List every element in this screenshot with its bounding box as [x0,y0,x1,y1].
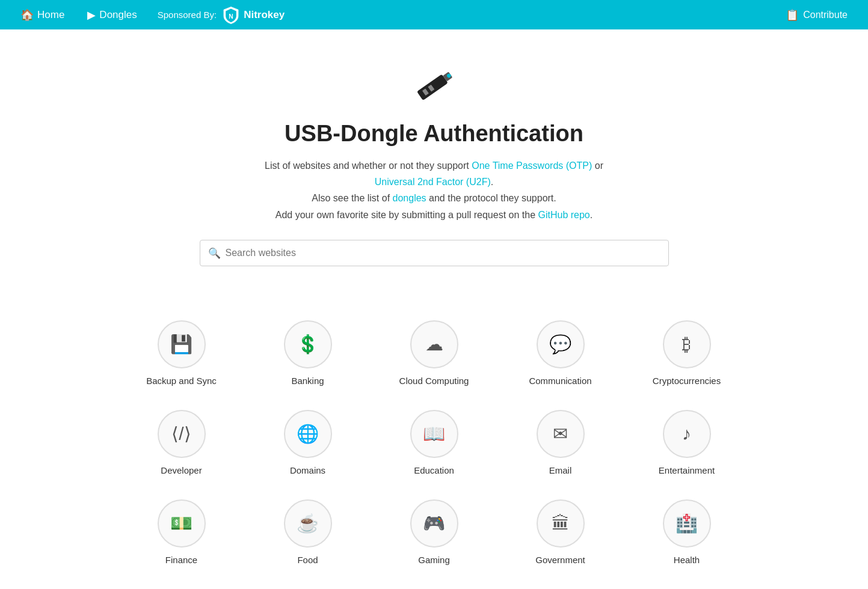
category-item-education[interactable]: 📖Education [371,410,497,475]
nitrokey-shield-icon: N [221,5,241,25]
category-label-education: Education [414,465,454,475]
dongles-nav-item[interactable]: ▶ Dongles [79,8,145,22]
category-label-backup-sync: Backup and Sync [146,376,217,386]
category-label-domains: Domains [290,465,325,475]
sponsored-by: Sponsored By: N Nitrokey [158,5,285,25]
education-icon: 📖 [423,423,445,444]
nitrokey-logo[interactable]: N Nitrokey [221,5,285,25]
entertainment-icon: ♪ [682,424,691,444]
food-icon: ☕ [297,513,319,534]
category-icon-circle-email: ✉ [537,410,585,458]
category-icon-circle-domains: 🌐 [284,410,332,458]
category-icon-circle-health: 🏥 [663,499,711,548]
category-item-health[interactable]: 🏥Health [624,499,750,565]
gaming-icon: 🎮 [423,513,445,534]
category-item-entertainment[interactable]: ♪Entertainment [624,410,750,475]
contribute-label: Contribute [803,10,848,20]
category-icon-circle-developer: ⟨/⟩ [158,410,206,458]
category-item-communication[interactable]: 💬Communication [497,320,624,386]
category-item-gaming[interactable]: 🎮Gaming [371,499,497,565]
link-dongles[interactable]: dongles [393,193,426,203]
navbar-right: 📋 Contribute [777,8,856,22]
category-label-cloud-computing: Cloud Computing [399,376,469,386]
category-item-cryptocurrencies[interactable]: ₿Cryptocurrencies [624,320,750,386]
category-label-gaming: Gaming [418,555,450,565]
category-icon-circle-backup-sync: 💾 [158,320,206,368]
domains-icon: 🌐 [297,423,319,444]
category-label-email: Email [549,465,572,475]
developer-icon: ⟨/⟩ [171,423,191,444]
search-wrap: 🔍 [200,240,669,266]
category-label-health: Health [674,555,700,565]
link-otp[interactable]: One Time Passwords (OTP) [472,160,592,171]
cryptocurrencies-icon: ₿ [682,334,691,355]
svg-text:N: N [229,13,233,19]
navbar: 🏠 Home ▶ Dongles Sponsored By: N Nitroke… [0,0,868,29]
search-input[interactable] [200,240,669,266]
category-label-finance: Finance [165,555,197,565]
category-label-entertainment: Entertainment [659,465,715,475]
link-github[interactable]: GitHub repo [538,210,589,220]
banking-icon: 💲 [297,334,319,355]
category-item-domains[interactable]: 🌐Domains [245,410,371,475]
category-icon-circle-gaming: 🎮 [410,499,458,548]
cloud-computing-icon: ☁ [425,334,443,355]
contribute-button[interactable]: 📋 Contribute [777,8,856,22]
desc-protocol: and the protocol they support. [429,193,556,203]
category-icon-circle-entertainment: ♪ [663,410,711,458]
backup-sync-icon: 💾 [170,334,192,355]
sponsored-label: Sponsored By: [158,10,217,20]
category-label-government: Government [535,555,585,565]
category-icon-circle-cryptocurrencies: ₿ [663,320,711,368]
contribute-icon: 📋 [786,8,799,22]
category-item-email[interactable]: ✉Email [497,410,624,475]
hero-section: USB-Dongle Authentication List of websit… [0,29,868,290]
category-icon-circle-education: 📖 [410,410,458,458]
category-icon-circle-finance: 💵 [158,499,206,548]
link-u2f[interactable]: Universal 2nd Factor (U2F) [375,177,491,187]
hero-description: List of websites and whether or not they… [248,157,621,223]
navbar-left: 🏠 Home ▶ Dongles Sponsored By: N Nitroke… [12,5,285,25]
category-item-cloud-computing[interactable]: ☁Cloud Computing [371,320,497,386]
category-item-developer[interactable]: ⟨/⟩Developer [119,410,245,475]
category-icon-circle-cloud-computing: ☁ [410,320,458,368]
desc-also: Also see the list of [312,193,390,203]
dongles-label: Dongles [99,9,137,21]
desc-static: List of websites and whether or not they… [265,160,469,171]
category-label-food: Food [297,555,318,565]
finance-icon: 💵 [170,513,192,534]
category-label-developer: Developer [161,465,202,475]
category-icon-circle-communication: 💬 [537,320,585,368]
category-label-communication: Communication [529,376,591,386]
category-icon-circle-government: 🏛 [537,499,585,548]
email-icon: ✉ [553,423,568,444]
home-nav-item[interactable]: 🏠 Home [12,8,73,22]
category-label-banking: Banking [291,376,324,386]
categories-grid: 💾Backup and Sync💲Banking☁Cloud Computing… [73,320,795,589]
category-item-government[interactable]: 🏛Government [497,499,624,565]
health-icon: 🏥 [676,513,698,534]
category-item-finance[interactable]: 💵Finance [119,499,245,565]
category-icon-circle-food: ☕ [284,499,332,548]
category-label-cryptocurrencies: Cryptocurrencies [653,376,721,386]
nitrokey-text: Nitrokey [244,9,285,21]
government-icon: 🏛 [552,513,570,534]
category-icon-circle-banking: 💲 [284,320,332,368]
home-icon: 🏠 [20,8,34,22]
desc-or: or [595,160,603,171]
category-item-food[interactable]: ☕Food [245,499,371,565]
search-icon: 🔍 [208,246,221,259]
usb-icon [407,66,461,108]
category-item-backup-sync[interactable]: 💾Backup and Sync [119,320,245,386]
page-title: USB-Dongle Authentication [285,121,583,147]
desc-add: Add your own favorite site by submitting… [275,210,535,220]
category-item-banking[interactable]: 💲Banking [245,320,371,386]
home-label: Home [37,9,64,21]
communication-icon: 💬 [549,334,571,355]
play-icon: ▶ [87,8,96,22]
usb-icon-wrap [407,66,461,110]
